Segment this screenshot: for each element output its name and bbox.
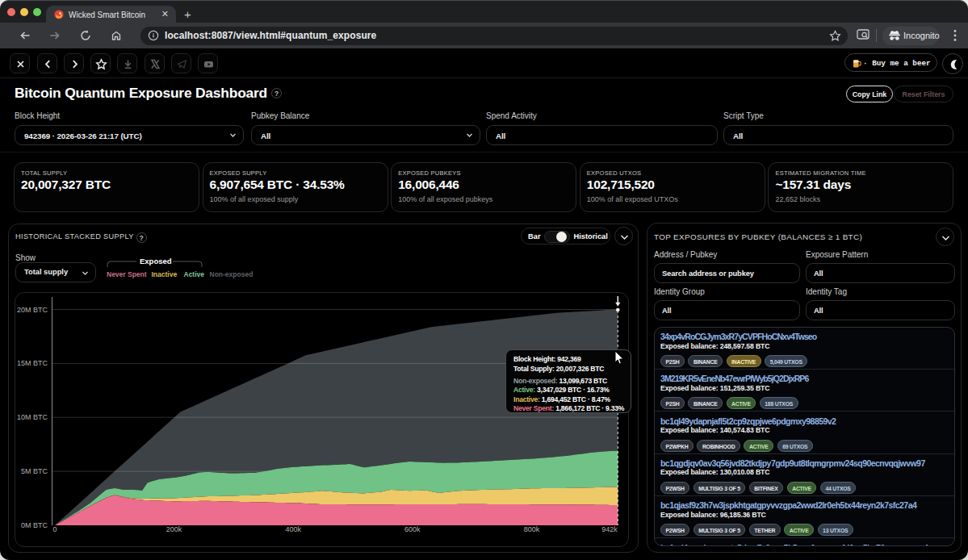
svg-text:0: 0 (52, 525, 57, 533)
svg-text:942k: 942k (601, 525, 618, 533)
svg-text:5M BTC: 5M BTC (21, 467, 48, 475)
svg-text:0M BTC: 0M BTC (21, 521, 48, 529)
svg-text:15M BTC: 15M BTC (17, 359, 48, 367)
svg-text:800k: 800k (524, 525, 540, 533)
svg-text:600k: 600k (404, 525, 421, 533)
svg-text:200k: 200k (166, 525, 182, 533)
svg-text:20M BTC: 20M BTC (17, 306, 48, 314)
svg-text:10M BTC: 10M BTC (17, 413, 48, 421)
svg-text:400k: 400k (285, 525, 301, 533)
